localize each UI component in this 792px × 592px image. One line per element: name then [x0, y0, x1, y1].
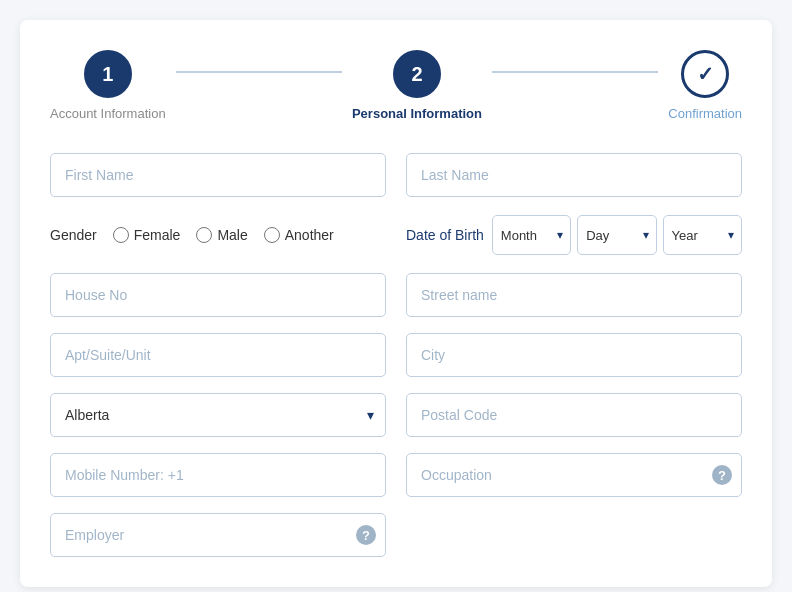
dob-month-wrapper: Month JanuaryFebruaryMarch AprilMayJune …	[492, 215, 571, 255]
province-select[interactable]: Alberta British Columbia Manitoba New Br…	[50, 393, 386, 437]
step-2-item: 2 Personal Information	[352, 50, 482, 121]
form: Gender Female Male Another Date of Birth	[50, 153, 742, 557]
step-line-2	[492, 71, 658, 73]
gender-female-radio[interactable]	[113, 227, 129, 243]
gender-another-radio[interactable]	[264, 227, 280, 243]
apt-field	[50, 333, 386, 377]
postal-code-input[interactable]	[406, 393, 742, 437]
house-no-input[interactable]	[50, 273, 386, 317]
occupation-field: ?	[406, 453, 742, 497]
province-select-wrapper: Alberta British Columbia Manitoba New Br…	[50, 393, 386, 437]
employer-input-wrapper: ?	[50, 513, 386, 557]
province-field: Alberta British Columbia Manitoba New Br…	[50, 393, 386, 437]
step-1-item: 1 Account Information	[50, 50, 166, 121]
apt-input[interactable]	[50, 333, 386, 377]
gender-female-label: Female	[134, 227, 181, 243]
gender-another-option[interactable]: Another	[264, 227, 334, 243]
gender-male-radio[interactable]	[196, 227, 212, 243]
dob-day-wrapper: Day 1234 5678 9101520 2528293031	[577, 215, 656, 255]
employer-help-icon[interactable]: ?	[356, 525, 376, 545]
occupation-input-wrapper: ?	[406, 453, 742, 497]
occupation-help-icon[interactable]: ?	[712, 465, 732, 485]
step-1-circle: 1	[84, 50, 132, 98]
dob-row: Date of Birth Month JanuaryFebruaryMarch…	[406, 213, 742, 257]
empty-field	[406, 513, 742, 557]
house-no-field	[50, 273, 386, 317]
mobile-input[interactable]	[50, 453, 386, 497]
dob-selects: Month JanuaryFebruaryMarch AprilMayJune …	[492, 215, 742, 255]
step-3-label: Confirmation	[668, 106, 742, 121]
step-line-1	[176, 71, 342, 73]
postal-code-field	[406, 393, 742, 437]
first-name-field	[50, 153, 386, 197]
dob-label: Date of Birth	[406, 226, 484, 244]
dob-month-select[interactable]: Month JanuaryFebruaryMarch AprilMayJune …	[492, 215, 571, 255]
step-2-circle: 2	[393, 50, 441, 98]
gender-female-option[interactable]: Female	[113, 227, 181, 243]
last-name-input[interactable]	[406, 153, 742, 197]
step-1-label: Account Information	[50, 106, 166, 121]
city-field	[406, 333, 742, 377]
gender-male-label: Male	[217, 227, 247, 243]
main-container: 1 Account Information 2 Personal Informa…	[20, 20, 772, 587]
employer-field: ?	[50, 513, 386, 557]
gender-label: Gender	[50, 227, 97, 243]
gender-field: Gender Female Male Another	[50, 213, 386, 257]
step-3-item: ✓ Confirmation	[668, 50, 742, 121]
mobile-field	[50, 453, 386, 497]
street-name-input[interactable]	[406, 273, 742, 317]
first-name-input[interactable]	[50, 153, 386, 197]
gender-row: Gender Female Male Another	[50, 213, 386, 257]
employer-input[interactable]	[50, 513, 386, 557]
gender-male-option[interactable]: Male	[196, 227, 247, 243]
gender-another-label: Another	[285, 227, 334, 243]
last-name-field	[406, 153, 742, 197]
stepper: 1 Account Information 2 Personal Informa…	[50, 50, 742, 121]
dob-field: Date of Birth Month JanuaryFebruaryMarch…	[406, 213, 742, 257]
occupation-input[interactable]	[406, 453, 742, 497]
step-3-circle: ✓	[681, 50, 729, 98]
city-input[interactable]	[406, 333, 742, 377]
step-2-label: Personal Information	[352, 106, 482, 121]
street-name-field	[406, 273, 742, 317]
dob-year-wrapper: Year 202420001990 1980197019601950	[663, 215, 742, 255]
dob-year-select[interactable]: Year 202420001990 1980197019601950	[663, 215, 742, 255]
dob-day-select[interactable]: Day 1234 5678 9101520 2528293031	[577, 215, 656, 255]
